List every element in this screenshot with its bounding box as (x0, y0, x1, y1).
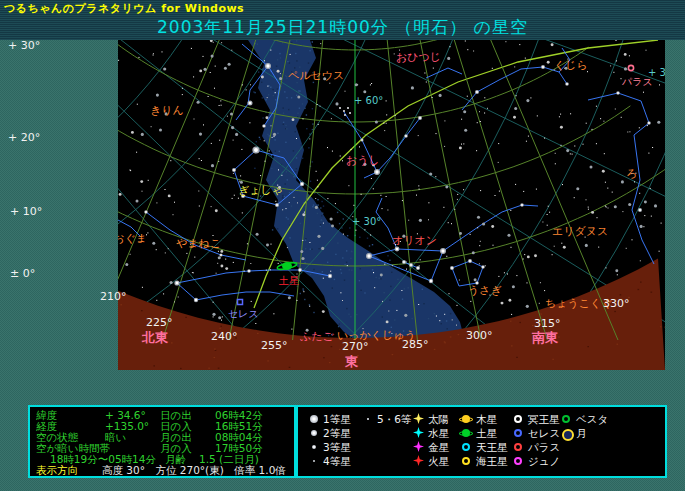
planetarium-window: つるちゃんのプラネタリウム for Windows 2003年11月25日21時… (0, 0, 685, 491)
constellation-label: おひつじ (396, 52, 441, 63)
azimuth-label: 255° (261, 340, 288, 351)
2等星-symbol-icon (311, 430, 317, 436)
セレス-symbol-icon (514, 429, 522, 437)
solar-system-object-label: 土星 (279, 276, 299, 286)
display-direction-value: 高度 30° 方位 270°(東) 倍率 1.0倍 (102, 465, 286, 476)
azimuth-label: 270° (342, 341, 369, 352)
冥王星-symbol-icon (514, 415, 522, 423)
3等星-symbol-icon (312, 445, 316, 449)
legend-item-label: 1等星 (323, 414, 351, 425)
symbol-legend-panel: 1等星2等星3等星4等星5・6等太陽水星金星火星木星土星天王星海王星冥王星セレス… (296, 405, 667, 478)
パラス-symbol-icon (514, 443, 522, 451)
legend-item-label: 3等星 (323, 442, 351, 453)
legend-item-label: 4等星 (323, 456, 351, 467)
constellation-label: エリダヌス (552, 226, 608, 237)
土星-symbol-icon (462, 429, 470, 437)
legend-item-label: ベスタ (576, 414, 608, 425)
legend-item-label: 冥王星 (528, 414, 560, 425)
azimuth-label: 285° (402, 339, 429, 350)
ベスタ-symbol-icon (562, 415, 570, 423)
constellation-label: おおぐま (118, 233, 147, 244)
solar-system-object-label: パラス (622, 77, 653, 87)
constellation-label: うさぎ (468, 285, 502, 296)
app-title: つるちゃんのプラネタリウム for Windows (4, 1, 244, 16)
legend-item-label: 火星 (428, 456, 449, 467)
title-strip: つるちゃんのプラネタリウム for Windows 2003年11月25日21時… (0, 0, 685, 40)
constellation-label: オリオン (392, 235, 437, 246)
constellation-label: ふたご (300, 331, 334, 342)
display-direction-label: 表示方向 (36, 465, 78, 476)
altitude-label: + 30° (8, 40, 40, 51)
legend-item-label: 月 (576, 428, 587, 439)
木星-symbol-icon (462, 415, 470, 423)
solar-system-object-label: セレス (228, 309, 259, 319)
constellation-label: くじら (554, 60, 588, 71)
declination-label: + 30° (352, 217, 381, 227)
constellation-label: きりん (150, 105, 184, 116)
azimuth-label: 240° (211, 331, 238, 342)
太陽-symbol-icon (413, 413, 424, 424)
水星-symbol-icon (413, 427, 424, 438)
constellation-label: やまねこ (176, 238, 221, 249)
金星-symbol-icon (413, 441, 424, 452)
azimuth-label: 315° (534, 318, 561, 329)
legend-item-label: 2等星 (323, 428, 351, 439)
declination-label: + 60° (354, 96, 383, 106)
altitude-label: + 20° (8, 132, 40, 143)
page-title: 2003年11月25日21時00分 （明石） の星空 (0, 16, 685, 39)
火星-symbol-icon (413, 455, 424, 466)
azimuth-label: 225° (146, 317, 173, 328)
海王星-symbol-icon (462, 457, 470, 465)
legend-item-label: 5・6等 (377, 414, 411, 425)
altitude-label: + 10° (10, 206, 42, 217)
legend-item-label: ジュノ (528, 456, 560, 467)
legend-item-label: 天王星 (476, 442, 508, 453)
ジュノ-symbol-icon (514, 457, 522, 465)
observation-info-panel: 緯度+ 34.6°日の出06時42分経度+135.0°日の入16時51分空の状態… (28, 405, 296, 478)
direction-label: 東 (345, 355, 358, 368)
月-symbol-icon (562, 429, 574, 441)
legend-item-label: 海王星 (476, 456, 508, 467)
constellation-label: おうし (346, 155, 380, 166)
legend-item-label: 木星 (476, 414, 497, 425)
sky-chart-canvas[interactable] (118, 40, 665, 370)
legend-item-label: パラス (528, 442, 560, 453)
legend-item-label: セレス (528, 428, 560, 439)
constellation-label: ぎょしゃ (238, 185, 283, 196)
1等星-symbol-icon (310, 415, 318, 423)
azimuth-label: 300° (466, 330, 493, 341)
direction-label: 北東 (142, 331, 168, 344)
legend-item-label: 太陽 (428, 414, 449, 425)
altitude-label: ± 0° (10, 268, 35, 279)
5・6等-symbol-icon (367, 418, 369, 420)
constellation-label: ペルセウス (288, 70, 344, 81)
direction-label: 南東 (532, 331, 558, 344)
legend-item-label: 土星 (476, 428, 497, 439)
constellation-label: ろ (626, 168, 637, 179)
star-chart[interactable]: + 60°+ 30°+ 30°きりんペルセウスおひつじおうしぎょしゃやまねこおお… (118, 40, 665, 370)
azimuth-label: 210° (100, 291, 127, 302)
4等星-symbol-icon (313, 460, 316, 463)
azimuth-label: 330° (603, 298, 630, 309)
legend-item-label: 金星 (428, 442, 449, 453)
天王星-symbol-icon (462, 443, 470, 451)
legend-item-label: 水星 (428, 428, 449, 439)
